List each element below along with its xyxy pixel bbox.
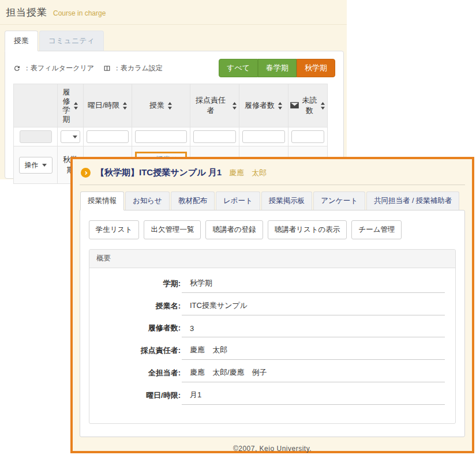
page-subtitle: Course in charge [53, 9, 106, 17]
course-detail-tab-bar: 授業情報 お知らせ 教材配布 レポート 授業掲示板 アンケート 共同担当者 / … [80, 191, 465, 210]
filter-spring-button[interactable]: 春学期 [258, 59, 297, 77]
team-management-button[interactable]: チーム管理 [351, 220, 402, 239]
copyright-footer: ©2007, Keio University. [80, 437, 465, 453]
sort-icon [167, 102, 173, 110]
field-label: 履修者数: [89, 323, 181, 337]
field-semester: 学期: 秋学期 [89, 278, 445, 293]
column-config-label: ：表カラム設定 [114, 63, 163, 73]
col-day-period[interactable]: 曜日/時限 [84, 84, 132, 127]
tab-reports[interactable]: レポート [216, 191, 260, 210]
col-actions [14, 84, 58, 127]
filter-enrolled-input[interactable] [242, 130, 285, 143]
filter-all-button[interactable]: すべて [219, 59, 258, 77]
filter-day-period-input[interactable] [87, 130, 129, 143]
caret-down-icon [42, 164, 47, 167]
summary-panel: 概要 学期: 秋学期 授業名: ITC授業サンプル 履修者数: 3 [89, 249, 456, 424]
col-enrolled[interactable]: 履修者数 [239, 84, 288, 127]
field-label: 授業名: [89, 301, 181, 315]
tab-course-info[interactable]: 授業情報 [80, 191, 124, 210]
field-all-instructors: 全担当者: 慶應 太郎/慶應 例子 [89, 367, 445, 382]
field-label: 学期: [89, 279, 181, 293]
tab-co-instructors[interactable]: 共同担当者 / 授業補助者 [366, 191, 459, 210]
column-settings-icon [103, 65, 111, 72]
field-value: 慶應 太郎/慶應 例子 [182, 367, 445, 382]
course-instructor: 慶應 太郎 [229, 168, 267, 178]
tab-community[interactable]: コミュニティ [39, 31, 104, 51]
filter-actions-input [20, 130, 52, 143]
course-detail-title: 【秋学期】ITC授業サンプル 月1 [96, 167, 222, 178]
overlay-divider [80, 185, 465, 185]
table-filter-row [14, 127, 328, 146]
chevron-right-icon [81, 168, 91, 178]
tab-courses[interactable]: 授業 [5, 31, 38, 51]
summary-panel-title: 概要 [89, 250, 455, 268]
course-action-buttons: 学生リスト 出欠管理一覧 聴講者の登録 聴講者リストの表示 チーム管理 [89, 220, 456, 239]
semester-filter-group: すべて 春学期 秋学期 [219, 59, 335, 77]
field-value: 秋学期 [182, 278, 445, 293]
field-value: 3 [182, 324, 445, 337]
filter-course-input[interactable] [135, 130, 187, 143]
field-value: 慶應 太郎 [182, 345, 445, 360]
screen: 担当授業 Course in charge 授業 コミュニティ ：表フィルターク… [0, 0, 476, 455]
field-label: 採点責任者: [89, 345, 181, 360]
header-divider [0, 24, 347, 25]
course-info-panel: 学生リスト 出欠管理一覧 聴講者の登録 聴講者リストの表示 チーム管理 概要 学… [80, 210, 465, 437]
col-grader[interactable]: 採点責任者 [190, 84, 239, 127]
filter-fall-button[interactable]: 秋学期 [297, 59, 335, 77]
table-header-row: 履修学期 曜日/時限 授業 採点責任者 [14, 84, 328, 127]
filter-unread-input[interactable] [291, 130, 324, 143]
auditor-list-button[interactable]: 聴講者リストの表示 [268, 220, 347, 239]
col-unread[interactable]: 未読数 [288, 84, 328, 127]
filter-clear-label: ：表フィルタークリア [24, 63, 94, 73]
sort-icon [320, 102, 325, 110]
main-tab-bar: 授業 コミュニティ [5, 31, 347, 51]
attendance-list-button[interactable]: 出欠管理一覧 [144, 220, 201, 239]
course-list-page: 担当授業 Course in charge 授業 コミュニティ ：表フィルターク… [0, 0, 347, 179]
field-day-period: 曜日/時限: 月1 [89, 390, 445, 405]
auditor-register-button[interactable]: 聴講者の登録 [205, 220, 263, 239]
field-label: 曜日/時限: [89, 390, 181, 405]
field-label: 全担当者: [89, 368, 181, 382]
field-enrolled-count: 履修者数: 3 [89, 323, 445, 337]
field-value: 月1 [182, 390, 445, 405]
col-semester[interactable]: 履修学期 [58, 84, 84, 127]
mail-icon [290, 101, 299, 110]
sort-icon [232, 102, 237, 110]
filter-grader-input[interactable] [193, 130, 236, 143]
page-title: 担当授業 [6, 6, 47, 19]
row-actions-button[interactable]: 操作 [19, 157, 53, 174]
sort-icon [278, 102, 283, 110]
column-config-control[interactable]: ：表カラム設定 [103, 63, 163, 73]
filter-clear-control[interactable]: ：表フィルタークリア [13, 63, 94, 73]
table-toolbar: ：表フィルタークリア ：表カラム設定 すべて 春学期 秋学期 [5, 51, 343, 84]
semester-filter-select[interactable] [61, 130, 80, 143]
field-course-name: 授業名: ITC授業サンプル [89, 300, 445, 315]
summary-panel-body: 学期: 秋学期 授業名: ITC授業サンプル 履修者数: 3 採点責任者: 慶應… [89, 268, 455, 411]
student-list-button[interactable]: 学生リスト [89, 220, 139, 239]
refresh-icon [13, 65, 21, 72]
field-value: ITC授業サンプル [182, 300, 445, 315]
sort-icon [122, 102, 128, 110]
tab-materials[interactable]: 教材配布 [171, 191, 215, 210]
tab-bulletin-board[interactable]: 授業掲示板 [261, 191, 313, 210]
sort-icon [73, 102, 78, 110]
course-detail-window: 【秋学期】ITC授業サンプル 月1 慶應 太郎 授業情報 お知らせ 教材配布 レ… [70, 157, 474, 453]
page-header: 担当授業 Course in charge [0, 0, 347, 19]
tab-announcements[interactable]: お知らせ [125, 191, 170, 210]
col-course[interactable]: 授業 [132, 84, 190, 127]
course-detail-header: 【秋学期】ITC授業サンプル 月1 慶應 太郎 [80, 164, 465, 181]
field-grader: 採点責任者: 慶應 太郎 [89, 345, 445, 360]
tab-survey[interactable]: アンケート [313, 191, 365, 210]
